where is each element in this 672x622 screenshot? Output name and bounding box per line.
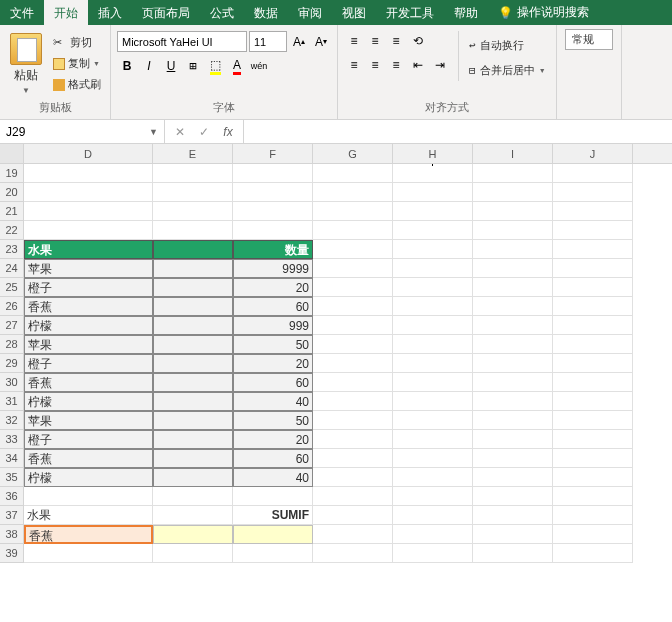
cell-E23[interactable] <box>153 240 233 259</box>
cell-D30[interactable]: 香蕉 <box>24 373 153 392</box>
column-header-G[interactable]: G <box>313 144 393 163</box>
cell-J34[interactable] <box>553 449 633 468</box>
row-header-21[interactable]: 21 <box>0 202 24 221</box>
cell-F30[interactable]: 60 <box>233 373 313 392</box>
cell-I25[interactable] <box>473 278 553 297</box>
cell-E24[interactable] <box>153 259 233 278</box>
font-name-select[interactable] <box>117 31 247 52</box>
name-box-input[interactable] <box>6 125 149 139</box>
cell-G25[interactable] <box>313 278 393 297</box>
cell-H26[interactable] <box>393 297 473 316</box>
copy-button[interactable]: 复制 ▼ <box>50 54 104 73</box>
cell-I31[interactable] <box>473 392 553 411</box>
cell-J27[interactable] <box>553 316 633 335</box>
cell-D34[interactable]: 香蕉 <box>24 449 153 468</box>
cell-I21[interactable] <box>473 202 553 221</box>
cell-D23[interactable]: 水果 <box>24 240 153 259</box>
cell-H19[interactable] <box>393 164 473 183</box>
tab-tell-me[interactable]: 💡 操作说明搜索 <box>488 0 599 25</box>
cell-I28[interactable] <box>473 335 553 354</box>
cell-E30[interactable] <box>153 373 233 392</box>
cell-J39[interactable] <box>553 544 633 563</box>
tab-home[interactable]: 开始 <box>44 0 88 25</box>
align-bottom-button[interactable]: ≡ <box>386 31 406 51</box>
row-header-20[interactable]: 20 <box>0 183 24 202</box>
row-header-26[interactable]: 26 <box>0 297 24 316</box>
cell-J32[interactable] <box>553 411 633 430</box>
cell-G30[interactable] <box>313 373 393 392</box>
cell-I20[interactable] <box>473 183 553 202</box>
column-header-E[interactable]: E <box>153 144 233 163</box>
decrease-indent-button[interactable]: ⇤ <box>408 55 428 75</box>
cell-D19[interactable] <box>24 164 153 183</box>
cell-G21[interactable] <box>313 202 393 221</box>
cell-D33[interactable]: 橙子 <box>24 430 153 449</box>
tab-help[interactable]: 帮助 <box>444 0 488 25</box>
row-header-29[interactable]: 29 <box>0 354 24 373</box>
cell-I19[interactable] <box>473 164 553 183</box>
cell-E29[interactable] <box>153 354 233 373</box>
row-header-27[interactable]: 27 <box>0 316 24 335</box>
column-header-H[interactable]: H <box>393 144 473 163</box>
row-header-35[interactable]: 35 <box>0 468 24 487</box>
column-header-F[interactable]: F <box>233 144 313 163</box>
tab-formulas[interactable]: 公式 <box>200 0 244 25</box>
cell-E19[interactable] <box>153 164 233 183</box>
cell-G28[interactable] <box>313 335 393 354</box>
cell-F33[interactable]: 20 <box>233 430 313 449</box>
cell-F31[interactable]: 40 <box>233 392 313 411</box>
cell-H27[interactable] <box>393 316 473 335</box>
cell-G32[interactable] <box>313 411 393 430</box>
cell-G20[interactable] <box>313 183 393 202</box>
tab-data[interactable]: 数据 <box>244 0 288 25</box>
tab-review[interactable]: 审阅 <box>288 0 332 25</box>
cell-H36[interactable] <box>393 487 473 506</box>
cell-F37[interactable]: SUMIF <box>233 506 313 525</box>
cell-G36[interactable] <box>313 487 393 506</box>
cell-F36[interactable] <box>233 487 313 506</box>
underline-button[interactable]: U <box>161 56 181 76</box>
cell-G31[interactable] <box>313 392 393 411</box>
row-header-19[interactable]: 19 <box>0 164 24 183</box>
name-box[interactable]: ▼ <box>0 120 165 143</box>
cell-J19[interactable] <box>553 164 633 183</box>
cell-E25[interactable] <box>153 278 233 297</box>
cell-E22[interactable] <box>153 221 233 240</box>
cell-J31[interactable] <box>553 392 633 411</box>
row-header-32[interactable]: 32 <box>0 411 24 430</box>
cell-H39[interactable] <box>393 544 473 563</box>
cell-J36[interactable] <box>553 487 633 506</box>
column-header-J[interactable]: J <box>553 144 633 163</box>
cell-G34[interactable] <box>313 449 393 468</box>
tab-insert[interactable]: 插入 <box>88 0 132 25</box>
cells-area[interactable]: 水果数量苹果9999橙子20香蕉60柠檬999苹果50橙子20香蕉60柠檬40苹… <box>24 164 672 563</box>
cell-F23[interactable]: 数量 <box>233 240 313 259</box>
cell-J29[interactable] <box>553 354 633 373</box>
cell-E36[interactable] <box>153 487 233 506</box>
align-left-button[interactable]: ≡ <box>344 55 364 75</box>
row-header-39[interactable]: 39 <box>0 544 24 563</box>
cell-I35[interactable] <box>473 468 553 487</box>
font-color-button[interactable]: A <box>227 56 247 76</box>
bold-button[interactable]: B <box>117 56 137 76</box>
cell-I36[interactable] <box>473 487 553 506</box>
cell-D24[interactable]: 苹果 <box>24 259 153 278</box>
cell-D38[interactable]: 香蕉 <box>24 525 153 544</box>
cell-D32[interactable]: 苹果 <box>24 411 153 430</box>
cell-J24[interactable] <box>553 259 633 278</box>
cell-F35[interactable]: 40 <box>233 468 313 487</box>
align-right-button[interactable]: ≡ <box>386 55 406 75</box>
cell-G29[interactable] <box>313 354 393 373</box>
cell-I32[interactable] <box>473 411 553 430</box>
cell-G26[interactable] <box>313 297 393 316</box>
cell-I23[interactable] <box>473 240 553 259</box>
cell-E21[interactable] <box>153 202 233 221</box>
format-painter-button[interactable]: 格式刷 <box>50 75 104 94</box>
cell-J38[interactable] <box>553 525 633 544</box>
cell-G23[interactable] <box>313 240 393 259</box>
cell-G33[interactable] <box>313 430 393 449</box>
merge-center-button[interactable]: ⊟ 合并后居中 ▼ <box>465 60 550 81</box>
cell-D22[interactable] <box>24 221 153 240</box>
cell-H31[interactable] <box>393 392 473 411</box>
cell-E27[interactable] <box>153 316 233 335</box>
